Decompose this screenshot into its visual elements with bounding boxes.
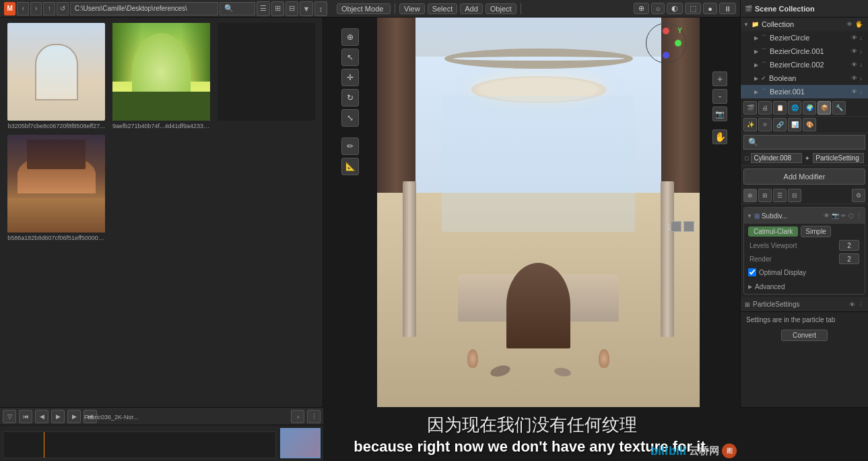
levels-viewport-value[interactable]: 2 (839, 240, 859, 251)
select-tool[interactable]: ↖ (341, 49, 359, 66)
search-bar[interactable]: 🔍 (220, 2, 256, 16)
object-mode-selector[interactable]: Object Mode (337, 3, 391, 14)
render-viewport[interactable] (377, 18, 700, 407)
proportional-btn[interactable]: ○ (651, 3, 665, 14)
mod-cage[interactable]: ⬡ (848, 212, 854, 219)
modifier-filter-btn[interactable]: ⊕ (743, 189, 757, 202)
annotate-tool[interactable]: ✏ (341, 137, 359, 155)
outliner-item-bezier2[interactable]: ▶ ⌒ BezierCircle.001 👁 ↓ (741, 44, 868, 58)
simple-btn[interactable]: Simple (801, 226, 831, 237)
mod-render-vis[interactable]: 📷 (832, 212, 839, 219)
camera-view[interactable]: 📷 (712, 106, 727, 121)
collection-hide[interactable]: 🖐 (855, 21, 863, 28)
view-menu[interactable]: View (399, 3, 425, 14)
properties-search-input[interactable] (761, 139, 861, 146)
particle-settings-vis[interactable]: 👁 (849, 301, 855, 308)
scene-props-icon[interactable]: 🌐 (788, 101, 801, 115)
gizmo-x-axis[interactable] (663, 28, 669, 34)
tl-play[interactable]: ▶ (51, 410, 65, 423)
catmul-clark-btn[interactable]: Catmul-Clark (748, 226, 798, 237)
outliner-item-bezier4[interactable]: ▶ ⌒ Bezier.001 👁 ↓ (741, 85, 868, 98)
physics-icon[interactable]: ⚛ (758, 118, 772, 131)
mod-expand[interactable]: ▼ (747, 213, 752, 219)
modifier-grid-view[interactable]: ⊞ (758, 189, 772, 202)
pan-tool[interactable]: ✋ (712, 129, 727, 144)
mod-editmode[interactable]: ✏ (841, 212, 846, 219)
item-act-3[interactable]: ↓ (860, 61, 863, 68)
modifier-list-view[interactable]: ☰ (773, 189, 787, 202)
view-list-btn[interactable]: ☰ (257, 1, 269, 16)
render-mode-btn[interactable]: ● (703, 3, 717, 14)
item-vis-3[interactable]: 👁 (851, 61, 857, 68)
gizmo-z-axis[interactable] (663, 52, 669, 59)
navigation-gizmo[interactable]: Y (646, 23, 693, 70)
output-props-icon[interactable]: 🖨 (758, 101, 772, 115)
mod-vis[interactable]: 👁 (824, 212, 830, 219)
select-menu[interactable]: Select (428, 3, 458, 14)
nav-refresh[interactable]: ↺ (57, 2, 69, 16)
tl-more-btn[interactable]: ⋮ (307, 410, 321, 423)
view-large-btn[interactable]: ⊟ (286, 1, 298, 16)
tl-frame-area[interactable] (3, 431, 276, 458)
file-item-1[interactable]: b3205bf7cbe8c06720f8f8508eff27... (5, 23, 108, 129)
particle-name[interactable]: ParticleSetting (813, 153, 864, 163)
modifier-expand-btn[interactable]: ⊟ (788, 189, 801, 202)
properties-search[interactable]: 🔍 (743, 135, 865, 150)
item-act-1[interactable]: ↓ (860, 34, 863, 41)
zoom-out[interactable]: - (712, 89, 727, 104)
tl-keyframe-btn[interactable]: ⬦ (291, 410, 304, 423)
render-value[interactable]: 2 (839, 253, 859, 264)
path-bar[interactable]: C:\Users\Camille\Desktop\references\ (70, 2, 218, 16)
xray-btn[interactable]: ⬚ (685, 3, 701, 14)
tl-prev-frame[interactable]: ◀ (35, 410, 48, 423)
convert-button[interactable]: Convert (781, 330, 828, 341)
zoom-in[interactable]: + (712, 71, 727, 86)
file-item-2[interactable]: 9aefb271b40b74f...4d41df9a42330.jpg (110, 23, 213, 129)
item-act-2[interactable]: ↓ (860, 48, 863, 55)
add-modifier-button[interactable]: Add Modifier (743, 168, 865, 185)
item-act-5[interactable]: ↓ (860, 88, 863, 95)
world-props-icon[interactable]: 🌍 (803, 101, 816, 115)
tl-next-frame[interactable]: ▶ (67, 410, 81, 423)
optimal-display-check[interactable] (748, 268, 756, 276)
sort-btn[interactable]: ↕ (314, 1, 327, 16)
item-act-4[interactable]: ↓ (860, 75, 863, 82)
render-props-icon[interactable]: 🎬 (743, 101, 757, 115)
item-vis-1[interactable]: 👁 (851, 34, 857, 41)
object-menu[interactable]: Object (486, 3, 516, 14)
modifier-props-icon[interactable]: 🔧 (832, 101, 846, 115)
advanced-section[interactable]: ▶ Advanced (744, 279, 865, 294)
snap-btn[interactable]: ⊕ (634, 3, 649, 14)
tl-mode-btn[interactable]: ▽ (3, 410, 16, 423)
gizmo-y-axis[interactable] (675, 40, 681, 47)
outliner-item-bezier1[interactable]: ▶ ⌒ BezierCircle 👁 ↓ (741, 31, 868, 44)
item-vis-5[interactable]: 👁 (851, 88, 857, 95)
move-tool[interactable]: ✛ (341, 69, 359, 86)
material-icon[interactable]: 🎨 (803, 118, 816, 131)
tl-play-back[interactable]: ⏮ (19, 410, 32, 423)
scale-tool[interactable]: ⤡ (341, 109, 359, 127)
rotate-tool[interactable]: ↻ (341, 89, 359, 106)
overlay-btn[interactable]: ◐ (667, 3, 683, 14)
nav-forward[interactable]: › (30, 2, 42, 16)
file-item-3[interactable]: b586a182b8d607cf06f51eff500002... (5, 135, 108, 241)
pause-btn[interactable]: ⏸ (719, 3, 736, 14)
outliner-collection[interactable]: ▼ 📁 Collection 👁 🖐 (741, 18, 868, 31)
tl-thumbnail[interactable] (280, 428, 321, 458)
object-props-icon[interactable]: 📦 (817, 101, 831, 115)
outliner-item-boolean[interactable]: ▶ ✓ Boolean 👁 ↓ (741, 71, 868, 85)
cursor-tool[interactable]: ⊕ (341, 28, 359, 46)
item-vis-4[interactable]: 👁 (851, 75, 857, 82)
data-icon[interactable]: 📊 (788, 118, 801, 131)
outliner-item-bezier3[interactable]: ▶ ⌒ BezierCircle.002 👁 ↓ (741, 58, 868, 71)
object-name[interactable]: Cylinder.008 (751, 153, 802, 163)
nav-back[interactable]: ‹ (17, 2, 29, 16)
constraints-icon[interactable]: 🔗 (773, 118, 787, 131)
measure-tool[interactable]: 📐 (341, 158, 359, 175)
filter-btn[interactable]: ▼ (300, 1, 312, 16)
particle-settings-menu[interactable]: ⋮ (858, 301, 864, 308)
nav-up[interactable]: ↑ (43, 2, 55, 16)
particles-icon[interactable]: ✨ (743, 118, 757, 131)
add-menu[interactable]: Add (460, 3, 483, 14)
collection-vis[interactable]: 👁 (846, 21, 853, 28)
